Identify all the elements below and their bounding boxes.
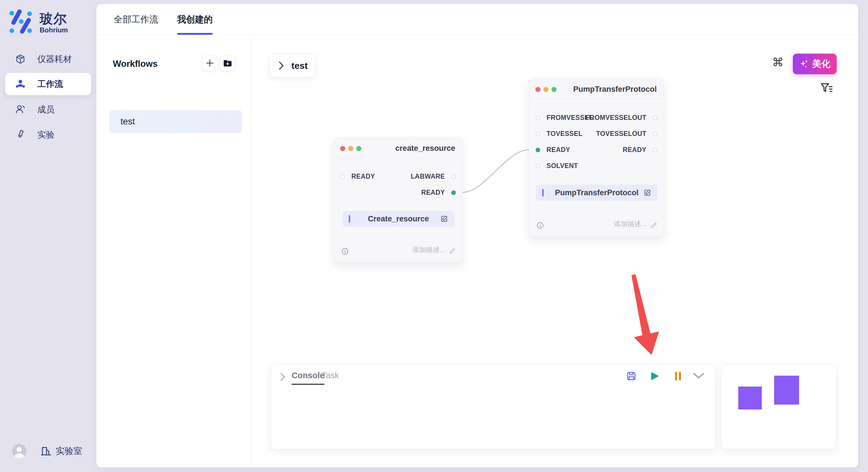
port-label: LABWARE	[411, 173, 445, 180]
workflow-icon	[15, 78, 26, 90]
breadcrumb[interactable]: test	[270, 54, 315, 77]
collapse-console-button[interactable]	[693, 370, 704, 382]
function-label: PumpTransferProtocol	[536, 189, 658, 197]
node-dot-red[interactable]	[340, 146, 345, 151]
lab-switcher[interactable]: 实验室	[40, 444, 82, 458]
breadcrumb-label: test	[291, 61, 308, 71]
app: 玻尔 Bohrium 仪器耗材 工作流	[0, 0, 868, 472]
node-create-resource[interactable]: create_resource READY LABWARE READY Crea…	[334, 137, 462, 262]
avatar[interactable]	[12, 444, 26, 458]
box-icon	[15, 54, 26, 65]
beautify-button[interactable]: 美化	[793, 54, 837, 74]
port-out-ready[interactable]	[653, 148, 657, 152]
workflow-list-item[interactable]: test	[109, 110, 242, 133]
edge-create-to-pump	[462, 150, 529, 193]
port-in-tovessel[interactable]	[536, 132, 540, 136]
port-label: SOLVENT	[547, 162, 578, 170]
building-icon	[40, 445, 52, 457]
node-pump-transfer-protocol[interactable]: PumpTransferProtocol FROMVESSEL FROMVESS…	[529, 78, 664, 237]
port-out-tovesselout[interactable]	[653, 132, 657, 136]
port-label: READY	[421, 189, 445, 196]
port-out-fromvesselout[interactable]	[653, 115, 657, 120]
lab-label: 实验室	[56, 445, 82, 457]
edit-icon[interactable]	[440, 215, 448, 223]
command-icon[interactable]: ⌘	[769, 54, 786, 71]
node-title: PumpTransferProtocol	[573, 85, 657, 94]
port-label: FROMVESSELOUT	[586, 114, 646, 122]
port-label: READY	[547, 146, 570, 154]
node-title: create_resource	[395, 144, 455, 153]
port-in-ready[interactable]	[536, 148, 540, 152]
brand-name-zh: 玻尔	[40, 10, 67, 28]
node-dot-green[interactable]	[551, 87, 557, 92]
members-icon	[15, 104, 26, 115]
pause-icon	[674, 371, 682, 381]
tab-my-created[interactable]: 我创建的	[177, 4, 213, 35]
red-arrow-annotation	[631, 274, 659, 355]
sidebar-item-label: 仪器耗材	[37, 53, 72, 65]
main-panel: 全部工作流 我创建的 Workflows test	[96, 4, 858, 467]
console-expand-icon[interactable]	[280, 372, 286, 381]
tab-bar: 全部工作流 我创建的	[96, 4, 858, 35]
sidebar-item-label: 工作流	[37, 78, 63, 90]
sidebar-item-members[interactable]: 成员	[5, 98, 91, 121]
node-dot-yellow[interactable]	[348, 146, 353, 151]
canvas[interactable]: test ⌘ 美化	[251, 35, 858, 467]
tab-task[interactable]: Task	[322, 371, 339, 384]
person-icon	[12, 444, 26, 458]
port-out-ready[interactable]	[451, 191, 456, 195]
import-workflow-button[interactable]	[220, 55, 236, 71]
function-card[interactable]: Create_resource	[342, 211, 454, 227]
port-in-solvent[interactable]	[536, 164, 540, 168]
add-workflow-button[interactable]	[202, 55, 218, 71]
description-placeholder[interactable]: 添加描述...	[412, 245, 445, 255]
sidebar-item-workflow[interactable]: 工作流	[5, 73, 91, 95]
port-in-ready[interactable]	[340, 174, 345, 179]
save-button[interactable]	[625, 370, 637, 382]
sparkles-icon	[799, 59, 809, 69]
sidebar: 玻尔 Bohrium 仪器耗材 工作流	[0, 0, 96, 472]
pencil-icon[interactable]	[650, 222, 657, 229]
port-out-labware[interactable]	[451, 174, 456, 179]
filter-icon[interactable]	[820, 82, 833, 95]
pencil-icon[interactable]	[448, 247, 456, 255]
description-placeholder[interactable]: 添加描述...	[614, 220, 647, 229]
console-panel: Console Task	[271, 364, 715, 449]
play-icon	[649, 371, 660, 381]
beautify-label: 美化	[812, 58, 831, 70]
sidebar-item-instruments[interactable]: 仪器耗材	[5, 48, 91, 70]
plus-icon	[206, 59, 214, 67]
sidebar-item-experiments[interactable]: 实验	[5, 124, 91, 146]
info-icon[interactable]	[342, 248, 348, 255]
node-header: create_resource	[334, 138, 462, 158]
brand-name-en: Bohrium	[40, 26, 68, 34]
minimap-node-create-resource	[738, 386, 762, 409]
port-label: READY	[623, 146, 646, 154]
minimap[interactable]	[721, 364, 836, 449]
node-dot-red[interactable]	[535, 87, 540, 92]
node-dot-yellow[interactable]	[544, 87, 549, 92]
node-header: PumpTransferProtocol	[529, 78, 663, 99]
bohrium-logo-icon	[9, 9, 33, 34]
edit-icon[interactable]	[644, 189, 651, 197]
node-dot-green[interactable]	[356, 146, 361, 151]
workflow-item-label: test	[121, 116, 135, 127]
sidebar-item-label: 实验	[37, 129, 55, 141]
experiment-icon	[15, 129, 26, 140]
sidebar-item-label: 成员	[37, 104, 55, 115]
function-label: Create_resource	[342, 214, 454, 224]
folder-import-icon	[223, 59, 232, 67]
chevron-right-icon	[279, 61, 284, 70]
pause-button[interactable]	[672, 370, 684, 382]
function-card[interactable]: PumpTransferProtocol	[536, 185, 658, 201]
info-icon[interactable]	[537, 222, 544, 229]
port-label: TOVESSEL	[547, 130, 582, 138]
workflows-panel: Workflows test	[96, 35, 251, 467]
sidebar-footer: 实验室	[0, 440, 96, 472]
minimap-node-pump-transfer	[774, 376, 799, 405]
tab-all-workflows[interactable]: 全部工作流	[114, 4, 158, 35]
tab-console[interactable]: Console	[291, 371, 324, 385]
port-label: READY	[351, 173, 375, 180]
run-button[interactable]	[648, 370, 660, 382]
port-in-fromvessel[interactable]	[536, 115, 540, 120]
